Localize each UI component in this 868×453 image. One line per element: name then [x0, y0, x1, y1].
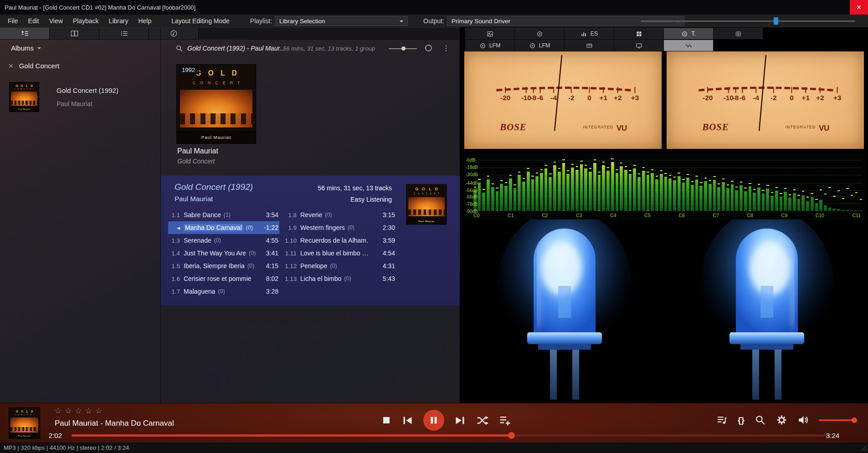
keys-icon	[586, 42, 593, 49]
menu-item-library[interactable]: Library	[104, 15, 134, 27]
thumbnail-zoom-handle[interactable]	[401, 46, 406, 51]
rating-star-2[interactable]: ☆	[65, 407, 75, 415]
track-row[interactable]: 1.11Love is blue el bimbo …4:54	[285, 247, 396, 260]
playlist-dropdown[interactable]: Library Selection	[275, 16, 408, 26]
track-row[interactable]: 1.5Iberia, Siempre Iberia(0)4:15	[168, 260, 279, 272]
menu-item-edit[interactable]: Edit	[23, 15, 44, 27]
volume-knob[interactable]	[852, 417, 857, 423]
seek-knob[interactable]	[508, 432, 515, 439]
filter-text: Gold Concert	[19, 62, 59, 70]
viz-tab-keys-2[interactable]	[565, 40, 614, 51]
album-browser-panel: Gold Concert (1992) - Paul Maur... 56 mi…	[160, 27, 460, 403]
viz-tab-lfm-1[interactable]: LFM	[515, 40, 565, 51]
albums-view-selector[interactable]: Albums	[11, 44, 41, 52]
spectrum-column	[766, 157, 769, 211]
track-row[interactable]: 1.9Western fingers(0)2:30	[285, 221, 396, 234]
spectrum-column	[780, 157, 783, 211]
rating-star-1[interactable]: ☆	[55, 407, 65, 415]
track-row[interactable]: 1.12Penelope(0)4:31	[285, 260, 396, 272]
rating-star-4[interactable]: ☆	[85, 407, 95, 415]
track-row[interactable]: 1.7Malaguena(0)3:28	[168, 285, 279, 298]
track-row[interactable]: 1.4Just The Way You Are(0)3:41	[168, 247, 279, 260]
spectrum-column	[682, 157, 685, 211]
viz-tab-barrel-5[interactable]	[714, 28, 763, 39]
viz-tab-es-2[interactable]: ES	[565, 28, 614, 39]
status-bar: MP3 | 320 kbps | 44100 Hz | stereo | 2:0…	[0, 443, 868, 453]
close-button[interactable]: ✕	[850, 0, 868, 15]
track-row[interactable]: 1.3Serenade(0)4:55	[168, 234, 279, 247]
viz-tab-disc-1[interactable]	[515, 28, 565, 39]
add-to-playlist-button[interactable]	[498, 414, 512, 427]
album-grid-item[interactable]: 1992 G O L D C O N C E R T Paul Mauriat	[176, 64, 256, 144]
thumbnail-zoom-slider[interactable]	[389, 48, 417, 49]
spectrum-column	[784, 157, 787, 211]
circle-button[interactable]	[425, 45, 432, 51]
filter-chip: ✕ Gold Concert	[8, 62, 59, 70]
stop-button[interactable]	[381, 415, 392, 426]
previous-button[interactable]	[401, 414, 414, 427]
rating-star-3[interactable]: ☆	[75, 407, 85, 415]
search-icon[interactable]	[175, 45, 183, 52]
display-icon	[636, 42, 642, 49]
next-button[interactable]	[454, 414, 466, 427]
track-list-column-1: 1.1Sabre Dance(1)3:54◂Manha Do Carnaval(…	[168, 209, 279, 298]
svg-text:+3: +3	[631, 94, 639, 102]
viz-tab-t-4[interactable]: T.	[664, 28, 714, 39]
track-row[interactable]: 1.1Sabre Dance(1)3:54	[168, 209, 279, 221]
resize-grip[interactable]	[860, 445, 867, 451]
settings-gear-icon[interactable]	[776, 414, 787, 426]
volume-icon[interactable]	[797, 414, 809, 426]
viz-tab-label: LFM	[489, 42, 501, 49]
spectrum-column	[722, 157, 725, 211]
viz-tab-display-3[interactable]	[614, 40, 664, 51]
viz-tab-grid-3[interactable]	[614, 28, 664, 39]
shuffle-button[interactable]	[476, 414, 489, 427]
search-button[interactable]	[755, 414, 766, 426]
svg-text:+3: +3	[833, 94, 842, 102]
pause-button[interactable]	[423, 410, 444, 431]
track-row[interactable]: 1.8Reverie(0)3:15	[285, 209, 396, 221]
track-row[interactable]: 1.6Cerisier rose et pommie…8:02	[168, 272, 279, 285]
menu-item-layout-editing-mode[interactable]: Layout Editing Mode	[166, 15, 235, 27]
console-button[interactable]: {}	[738, 415, 745, 425]
svg-text:-8: -8	[530, 94, 537, 102]
track-number: 1.6	[168, 275, 184, 282]
spectrum-column	[633, 157, 636, 211]
track-row-playing[interactable]: ◂Manha Do Carnaval(0)-1:22	[168, 221, 279, 234]
seek-bar[interactable]	[72, 434, 830, 437]
total-time: 3:24	[826, 432, 839, 439]
menu-slider-handle[interactable]	[774, 17, 778, 25]
chevron-down-icon	[400, 20, 403, 24]
db-label: -44dB	[466, 181, 478, 186]
viz-tab-person-image-0[interactable]	[465, 28, 515, 39]
track-row[interactable]: 1.10Recuerdos de la Alham…3:59	[285, 234, 396, 247]
menu-item-view[interactable]: View	[44, 15, 68, 27]
svg-text:-20: -20	[703, 94, 713, 102]
viz-tab-lfm-0[interactable]: LFM	[465, 40, 515, 51]
clear-filter-icon[interactable]: ✕	[8, 62, 14, 70]
playback-queue-button[interactable]	[716, 414, 728, 426]
spectrum-column	[704, 157, 707, 211]
vu-scale-numbers: -20-10-8-6-4-20+1+2+3	[703, 87, 841, 102]
rating-star-5[interactable]: ☆	[95, 407, 105, 415]
viz-tab-wave-4[interactable]	[664, 40, 714, 51]
menu-slider[interactable]	[641, 20, 855, 22]
spectrum-column	[496, 157, 499, 211]
integrated-label: INTEGRATED	[583, 125, 614, 129]
album-list-item[interactable]: G O L D C O N C E R T Paul Mauriat Gold …	[6, 81, 157, 117]
menu-item-file[interactable]: File	[3, 15, 23, 27]
track-number: 1.7	[168, 288, 184, 295]
track-row[interactable]: 1.13Licha el bimbo(0)5:43	[285, 272, 396, 285]
menu-item-playback[interactable]: Playback	[68, 15, 104, 27]
menu-item-help[interactable]: Help	[133, 15, 156, 27]
spectrum-column	[571, 157, 574, 211]
spectrum-column	[527, 157, 530, 211]
disc-icon	[681, 31, 688, 37]
play-count: (0)	[249, 250, 256, 256]
volume-slider[interactable]	[819, 419, 855, 421]
spectrum-column	[850, 157, 853, 211]
track-title: Recuerdos de la Alham…	[300, 237, 369, 244]
overflow-menu-icon[interactable]: ⋮	[442, 44, 450, 52]
vu-meter-face: -20-10-8-6-4-20+1+2+3 BOSE INTEGRATED VU	[667, 51, 864, 149]
viz-tab-label: ES	[591, 31, 598, 37]
